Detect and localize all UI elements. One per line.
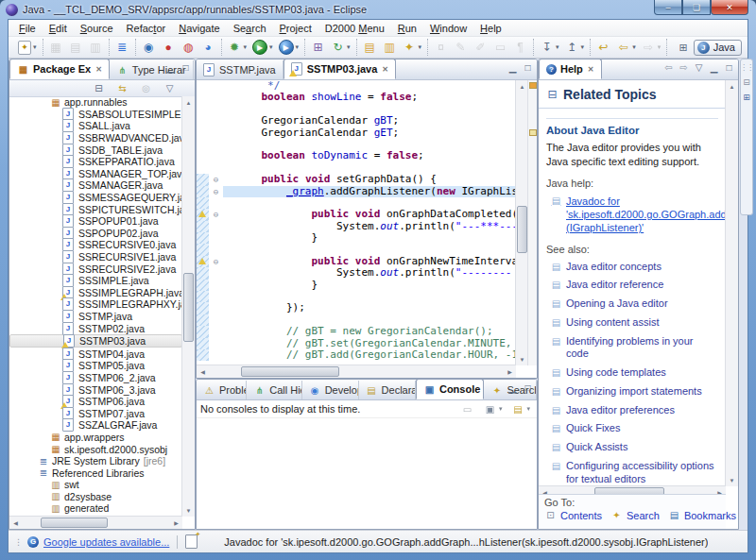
fold-marker-icon[interactable]: ⊖ bbox=[209, 174, 223, 185]
editor-tab-sstmp-java[interactable]: JSSTMP.java bbox=[197, 60, 284, 79]
tree-item[interactable]: JSSABSOLUTESIMPLE.java bbox=[9, 109, 182, 121]
tree-item[interactable]: JSSTMP03.java bbox=[9, 334, 182, 348]
tree-item[interactable]: ▦sk.ipesoft.d2000.sysobj bbox=[9, 443, 182, 455]
scroll-left-arrow[interactable]: ◀ bbox=[197, 365, 209, 378]
display-console-dropdown-icon[interactable]: ▾ bbox=[499, 405, 503, 413]
menu-d2000-menu[interactable]: D2000 Menu bbox=[318, 22, 391, 35]
fold-marker-icon[interactable]: ⊖ bbox=[209, 186, 223, 197]
code-line[interactable]: boolean showLine = false; bbox=[197, 92, 516, 103]
minimize-view-icon[interactable]: ▁ bbox=[164, 62, 177, 73]
display-console-button[interactable]: ▣▾ bbox=[481, 401, 505, 417]
open-perspective-icon[interactable]: ⊞ bbox=[679, 42, 688, 54]
tree-item[interactable]: JSSTMP06.java bbox=[9, 396, 182, 408]
code-line[interactable] bbox=[197, 197, 516, 209]
close-tab-icon[interactable]: ✕ bbox=[382, 65, 388, 74]
code-line[interactable]: // gBT.set(GregorianCalendar.MINUTE, 0); bbox=[197, 338, 516, 349]
google-updates-link[interactable]: Google updates available... bbox=[43, 536, 169, 548]
title-bar[interactable]: Java - __TCL_DEMO_SRV/appsrc/app/runnabl… bbox=[0, 0, 756, 19]
d2000-globe-button[interactable]: ◉ bbox=[140, 40, 158, 56]
new-wizard-dropdown-icon[interactable]: ▾ bbox=[33, 43, 37, 51]
tree-item[interactable]: JSSMANAGER_TOP.java bbox=[9, 168, 182, 180]
scrollbar-thumb[interactable] bbox=[41, 518, 109, 528]
outline-fast-view-icon[interactable]: ⊞ bbox=[743, 93, 750, 102]
drag-handle-icon[interactable]: ⋮⋮ bbox=[740, 63, 753, 72]
menu-project[interactable]: Project bbox=[273, 22, 318, 35]
help-tab-help[interactable]: ?Help✕ bbox=[539, 59, 602, 79]
next-annotation-dropdown-icon[interactable]: ▾ bbox=[556, 43, 559, 51]
menu-edit[interactable]: Edit bbox=[43, 22, 74, 35]
open-console-button[interactable]: ▤▾ bbox=[508, 401, 532, 417]
sliders-button[interactable]: ≣ bbox=[113, 40, 131, 56]
tree-item[interactable]: ≣JRE System Library[jre6] bbox=[9, 455, 182, 467]
restore-view-icon[interactable]: ⊟ bbox=[743, 77, 750, 87]
help-vertical-scrollbar[interactable]: ▲ ▼ bbox=[725, 80, 738, 486]
tree-item[interactable]: JSSTMP02.java bbox=[9, 322, 182, 334]
menu-file[interactable]: File bbox=[12, 22, 43, 35]
scrollbar-thumb[interactable] bbox=[183, 273, 194, 342]
menu-search[interactable]: Search bbox=[227, 22, 273, 35]
pin-console-button[interactable]: ▭ bbox=[458, 401, 476, 417]
forward-dropdown-icon[interactable]: ▾ bbox=[658, 43, 662, 51]
console-tab-call-hie[interactable]: ⋔Call Hie bbox=[247, 381, 301, 399]
javadoc-link[interactable]: ▤ Javadoc for 'sk.ipesoft.d2000.go.GOGra… bbox=[550, 195, 718, 235]
next-annotation-button[interactable]: ↧▾ bbox=[538, 40, 561, 56]
view-menu-button[interactable]: ▽ bbox=[161, 80, 179, 96]
code-line[interactable] bbox=[197, 244, 516, 255]
tree-horizontal-scrollbar[interactable]: ◀ ▶ bbox=[9, 516, 182, 529]
generate-dropdown-icon[interactable]: ▾ bbox=[347, 43, 351, 51]
code-line[interactable]: }); bbox=[197, 302, 516, 314]
tree-item[interactable]: JSSPOPUP02.java bbox=[9, 228, 182, 240]
d2000-blue-button[interactable]: ◕ bbox=[199, 40, 217, 56]
code-line[interactable]: ⊖ public void onGraphNewTimeInterval(IGr… bbox=[197, 256, 516, 267]
see-also-link[interactable]: ▤Organizing import statements bbox=[550, 385, 718, 399]
editor-tab-sstmp03-java[interactable]: JSSTMP03.java✕ bbox=[284, 59, 396, 79]
tree-item[interactable]: JSSRECURSIVE1.java bbox=[9, 251, 182, 263]
tree-item[interactable]: ▦app.runnables bbox=[9, 96, 182, 109]
tree-item[interactable]: ▥swt bbox=[9, 479, 182, 491]
tree-item[interactable]: JSSPOPUP01.java bbox=[9, 215, 182, 228]
menu-run[interactable]: Run bbox=[391, 22, 423, 35]
tree-item[interactable]: JSSPICTURESWITCH.java bbox=[9, 203, 182, 215]
search-button[interactable]: ✦▾ bbox=[401, 40, 424, 56]
java-perspective-button[interactable]: J Java bbox=[694, 40, 742, 56]
explorer-tab-package-ex[interactable]: ▦Package Ex✕ bbox=[9, 59, 110, 79]
code-line[interactable] bbox=[197, 139, 516, 150]
code-line[interactable] bbox=[197, 104, 516, 115]
run-button[interactable]: ▶▾ bbox=[250, 39, 275, 56]
see-also-link[interactable]: ▤Java editor preferences bbox=[550, 404, 718, 417]
external-tools-dropdown-icon[interactable]: ▾ bbox=[296, 43, 300, 51]
tree-item[interactable]: JSSTMP06_2.java bbox=[9, 372, 182, 384]
tree-item[interactable]: JSSMESSAGEQUERY.java bbox=[9, 192, 182, 204]
tree-item[interactable]: ▥generated bbox=[9, 502, 182, 515]
tree-item[interactable]: JSSSIMPLEGRAPHXY.java bbox=[9, 298, 182, 311]
see-also-link[interactable]: ▤Quick Fixes bbox=[550, 422, 718, 435]
code-editor[interactable]: */ boolean showLine = false; GregorianCa… bbox=[197, 80, 516, 365]
console-tab-develop[interactable]: ◉Develop bbox=[302, 381, 359, 399]
menu-window[interactable]: Window bbox=[423, 22, 473, 35]
view-menu-button[interactable]: ▽ bbox=[693, 62, 705, 73]
d2000-target-button[interactable]: ◍ bbox=[180, 40, 198, 56]
see-also-link[interactable]: ▤Identifying problems in your code bbox=[550, 335, 718, 362]
scroll-right-arrow[interactable]: ▶ bbox=[170, 517, 182, 529]
scroll-left-arrow[interactable]: ◀ bbox=[9, 517, 22, 529]
code-line[interactable]: System.out.println("---***---onGraphDat bbox=[197, 221, 516, 232]
open-plugin-button[interactable]: ▤ bbox=[361, 40, 379, 56]
tree-item[interactable]: JSSALL.java bbox=[9, 120, 182, 132]
debug-dropdown-icon[interactable]: ▾ bbox=[244, 43, 248, 51]
open-folder-button[interactable]: ▥ bbox=[381, 40, 399, 56]
run-dropdown-icon[interactable]: ▾ bbox=[269, 43, 273, 51]
code-line[interactable]: */ bbox=[197, 80, 516, 92]
tree-item[interactable]: JSSDB_TABLE.java bbox=[9, 144, 182, 156]
minimize-view-icon[interactable]: ▁ bbox=[507, 62, 519, 73]
code-line[interactable]: ⊖ public void setGraphData() { bbox=[197, 174, 516, 185]
minimize-button[interactable]: – bbox=[654, 0, 682, 15]
code-line[interactable]: // gBT = new GregorianCalendar(); bbox=[197, 326, 516, 337]
console-tab-declarat[interactable]: ▤Declarat bbox=[359, 381, 416, 399]
tree-item[interactable]: JSSSIMPLE.java bbox=[9, 275, 182, 287]
code-line[interactable]: GregorianCalendar gET; bbox=[197, 127, 516, 139]
tree-item[interactable]: JSSTMP05.java bbox=[9, 360, 182, 372]
scroll-down-arrow[interactable]: ▼ bbox=[726, 474, 738, 486]
min-view-button[interactable]: ▁ bbox=[708, 62, 720, 73]
goto-contents-link[interactable]: ⊡Contents bbox=[544, 509, 602, 521]
code-line[interactable]: } bbox=[197, 280, 516, 291]
